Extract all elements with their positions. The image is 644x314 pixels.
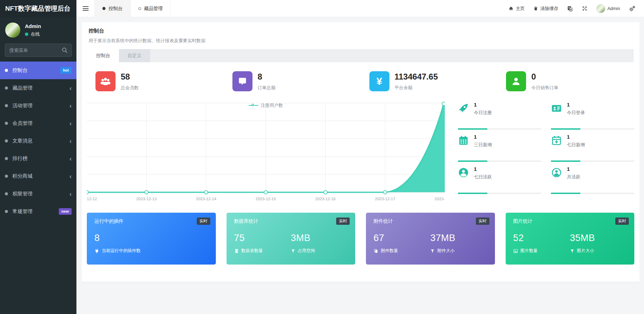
quick-stat-7day-active: 1 七日活跃 bbox=[458, 166, 541, 196]
chevron-left-icon: ‹ bbox=[70, 85, 72, 91]
hamburger-menu-icon[interactable] bbox=[76, 0, 94, 17]
card-foot-label: 当前运行中的插件数 bbox=[102, 248, 141, 254]
image-icon bbox=[513, 249, 518, 253]
user-icon bbox=[511, 76, 521, 86]
clear-cache-button[interactable]: 清除缓存 bbox=[533, 6, 558, 12]
chevron-left-icon: ‹ bbox=[70, 103, 72, 109]
id-card-icon bbox=[551, 103, 562, 114]
circle-icon bbox=[5, 210, 8, 213]
search-icon[interactable] bbox=[61, 47, 68, 54]
topbar-username: Admin bbox=[607, 6, 620, 11]
circle-icon bbox=[5, 175, 8, 178]
card-attachment-stats: 附件统计 实时 67 37MB 附件数量 bbox=[366, 213, 495, 265]
user-menu[interactable]: Admin bbox=[596, 4, 620, 13]
sidebar-item-ranking[interactable]: 排行榜 ‹ bbox=[0, 150, 76, 167]
sidebar-item-members[interactable]: 会员管理 ‹ bbox=[0, 114, 76, 132]
card-title: 数据库统计 bbox=[234, 218, 348, 224]
quick-stats-grid: 1 今日注册 bbox=[458, 102, 634, 204]
card-value: 37MB bbox=[430, 233, 487, 243]
user-status-label: 在线 bbox=[31, 31, 40, 37]
sidebar-item-label: 常规管理 bbox=[12, 208, 33, 215]
filter-icon bbox=[570, 249, 574, 253]
circle-icon bbox=[5, 104, 8, 107]
quick-stat-label: 七日活跃 bbox=[474, 174, 492, 180]
quick-stat-value: 1 bbox=[567, 166, 580, 172]
sidebar-item-label: 积分商城 bbox=[12, 173, 33, 179]
avatar[interactable] bbox=[5, 22, 21, 38]
sidebar-item-label: 排行榜 bbox=[12, 155, 28, 162]
sidebar-item-label: 控制台 bbox=[12, 67, 28, 74]
calendar-plus-icon bbox=[551, 135, 562, 146]
progress-bar bbox=[458, 160, 541, 162]
stat-platform-balance: ¥ 1134647.65 平台余额 bbox=[361, 71, 498, 91]
quick-stat-label: 三日新增 bbox=[474, 142, 492, 148]
topbar-tab-console[interactable]: 控制台 bbox=[94, 0, 131, 17]
sidebar-item-permissions[interactable]: 权限管理 ‹ bbox=[0, 185, 76, 203]
calendar-icon bbox=[458, 135, 469, 146]
chevron-left-icon: ‹ bbox=[70, 156, 72, 162]
user-name: Admin bbox=[25, 23, 41, 29]
fullscreen-icon[interactable] bbox=[582, 6, 588, 11]
sidebar-item-label: 活动管理 bbox=[12, 102, 33, 109]
users-icon bbox=[100, 75, 111, 87]
tab-console[interactable]: 控制台 bbox=[88, 49, 119, 62]
quick-stat-label: 今日注册 bbox=[474, 110, 492, 116]
card-foot-label: 占用空间 bbox=[298, 248, 315, 254]
card-value: 75 bbox=[234, 233, 291, 243]
quick-stat-label: 今日登录 bbox=[567, 110, 585, 116]
card-foot-label: 图片数量 bbox=[521, 248, 538, 254]
open-circle-icon bbox=[138, 7, 141, 10]
progress-bar bbox=[551, 193, 634, 194]
filter-icon bbox=[430, 249, 435, 253]
sidebar-item-collections[interactable]: 藏品管理 ‹ bbox=[0, 79, 76, 97]
x-tick: 2023-12-14 bbox=[196, 197, 217, 201]
yen-icon: ¥ bbox=[376, 75, 382, 87]
avatar bbox=[596, 4, 605, 13]
stat-value: 58 bbox=[121, 72, 139, 82]
x-tick: 2023-12-17 bbox=[375, 197, 395, 201]
quick-stat-value: 1 bbox=[567, 102, 585, 108]
sidebar-item-activities[interactable]: 活动管理 ‹ bbox=[0, 97, 76, 114]
quick-stat-value: 1 bbox=[474, 102, 492, 108]
chart-legend[interactable]: 注册用户数 bbox=[87, 102, 445, 109]
sidebar-item-points-mall[interactable]: 积分商城 ‹ bbox=[0, 167, 76, 185]
x-tick: 2023-12-16 bbox=[315, 197, 336, 201]
quick-stat-today-register: 1 今日注册 bbox=[458, 102, 541, 132]
legend-marker-icon bbox=[249, 104, 258, 107]
stat-order-total: 8 订单总额 bbox=[224, 71, 361, 91]
app-title: NFT数字藏品管理后台 bbox=[0, 0, 76, 17]
topbar-tab-label: 控制台 bbox=[109, 6, 123, 12]
home-button[interactable]: 主页 bbox=[508, 6, 525, 12]
plug-icon bbox=[94, 249, 99, 253]
sidebar: NFT数字藏品管理后台 Admin 在线 控制台 hot 藏品管理 ‹ bbox=[0, 0, 76, 314]
stat-label: 今日销售订单 bbox=[531, 85, 558, 91]
copy-icon bbox=[374, 249, 378, 253]
content-tabs: 控制台 自定义 bbox=[88, 49, 634, 62]
translate-icon[interactable] bbox=[567, 6, 573, 12]
stat-value: 8 bbox=[258, 72, 276, 82]
tab-custom[interactable]: 自定义 bbox=[119, 49, 150, 62]
card-foot-label: 附件大小 bbox=[437, 248, 454, 254]
quick-stat-value: 1 bbox=[567, 134, 585, 140]
realtime-badge: 实时 bbox=[336, 218, 350, 225]
sidebar-item-label: 权限管理 bbox=[12, 191, 33, 197]
quick-stat-month-active: 1 月活跃 bbox=[551, 166, 634, 196]
sidebar-item-console[interactable]: 控制台 hot bbox=[0, 62, 76, 79]
sidebar-item-label: 文章消息 bbox=[12, 138, 33, 144]
settings-gears-icon[interactable] bbox=[629, 5, 636, 12]
card-title: 附件统计 bbox=[374, 218, 487, 224]
console-panel: 控制台 用于展示当前系统中的统计数据、统计报表及重要实时数据 控制台 自定义 bbox=[82, 22, 640, 282]
topbar-tab-collections[interactable]: 藏品管理 bbox=[131, 0, 171, 17]
stat-today-sales: 0 今日销售订单 bbox=[497, 71, 634, 91]
comment-icon bbox=[237, 76, 248, 86]
sidebar-item-label: 藏品管理 bbox=[12, 85, 33, 91]
sidebar-item-general[interactable]: 常规管理 new bbox=[0, 203, 76, 220]
quick-stat-7day-new: 1 七日新增 bbox=[551, 134, 634, 164]
x-tick: 2023-12-15 bbox=[256, 197, 276, 201]
home-icon bbox=[508, 6, 514, 11]
circle-icon bbox=[5, 69, 8, 72]
sidebar-item-articles[interactable]: 文章消息 ‹ bbox=[0, 132, 76, 150]
new-badge: new bbox=[59, 208, 72, 214]
user-panel: Admin 在线 bbox=[0, 17, 76, 42]
stat-total-members: 58 总会员数 bbox=[87, 71, 224, 91]
